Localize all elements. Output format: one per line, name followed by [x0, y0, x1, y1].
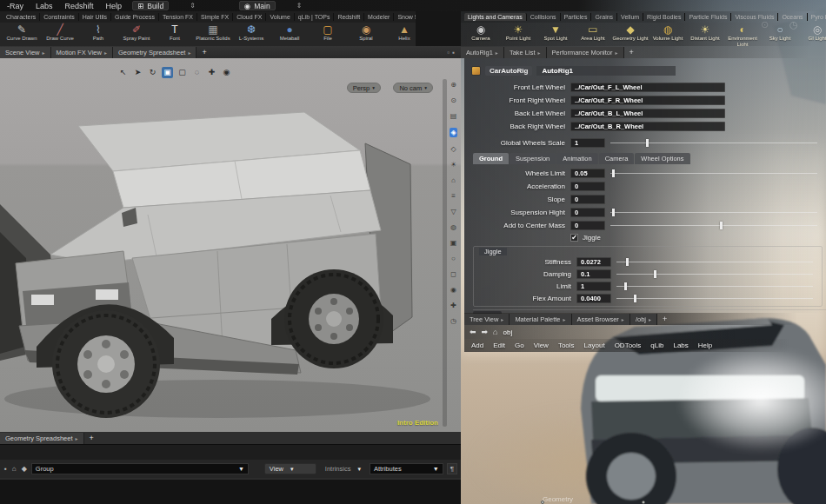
shelf-tab[interactable]: qLib | TOPs [295, 13, 335, 21]
value-field[interactable]: 0.1 [576, 269, 611, 279]
home-view-icon[interactable]: ⌂ [451, 176, 456, 184]
tab-arrow-icon[interactable]: ▸ [188, 50, 190, 56]
parameter-slider[interactable] [610, 208, 817, 217]
spray-paint-tool[interactable]: ✐ Spray Paint [118, 23, 155, 42]
value-field[interactable]: 0.0400 [576, 294, 611, 303]
pilcrow-toggle-icon[interactable]: ¶ [447, 463, 457, 474]
shelf-tab[interactable]: Pyro FX [808, 13, 826, 21]
path-tool[interactable]: ⌇ Path [80, 23, 117, 42]
home-icon[interactable]: ⌂ [11, 465, 17, 473]
parameter-slider[interactable] [616, 269, 813, 279]
value-field[interactable]: 0 [570, 182, 605, 191]
node-input-connector[interactable] [642, 501, 645, 504]
normals-display-icon[interactable]: ◻ [450, 270, 456, 278]
volatile-select-icon[interactable]: ↖ [117, 67, 129, 78]
shelf-tab[interactable]: Cloud FX [233, 13, 266, 21]
shelf-tab[interactable]: Oceans [778, 13, 807, 21]
shelf-tab[interactable]: Viscous Fluids [731, 13, 778, 21]
file-tool[interactable]: ▢ File [310, 23, 346, 42]
root-node-icon[interactable]: ⌂ [493, 328, 497, 336]
pane-tab[interactable]: AutoRig1▸ [461, 47, 504, 58]
folder-tab[interactable]: Animation [556, 153, 597, 164]
new-pane-tab-button[interactable]: + [84, 434, 99, 442]
shelf-tab[interactable]: Redshift [334, 13, 364, 21]
jiggle-checkbox[interactable]: ✔ [570, 234, 578, 242]
new-pane-tab-button[interactable]: + [657, 315, 672, 323]
back-icon[interactable]: ⬅ [470, 328, 476, 336]
pane-tab[interactable]: /obj▸ [630, 314, 657, 325]
shelf-tab[interactable]: Volume [266, 13, 294, 21]
value-field[interactable]: 0.0272 [576, 257, 611, 267]
new-pane-tab-button[interactable]: + [624, 48, 639, 56]
path-field[interactable]: ../Car/Out_F_R_Wheel [570, 96, 725, 105]
network-menu-item[interactable]: Edit [493, 342, 505, 349]
distant-light-tool[interactable]: ☀ Distant Light [687, 23, 723, 42]
spiral-tool[interactable]: ◉ Spiral [348, 23, 384, 42]
network-menu-item[interactable]: Help [698, 342, 712, 349]
shelf-tab[interactable]: Modeler [364, 13, 394, 21]
value-field[interactable]: 0 [570, 195, 605, 204]
group-filter-field[interactable]: Group ▼ [31, 463, 249, 474]
parameter-slider[interactable] [616, 282, 813, 291]
pane-tab[interactable]: Asset Browser▸ [572, 314, 630, 325]
lighting-icon[interactable]: ☀ [450, 161, 456, 169]
pane-tab[interactable]: Geometry Spreadsheet▸ [0, 433, 84, 444]
parameter-slider[interactable] [610, 169, 817, 178]
value-field[interactable]: 0 [570, 221, 605, 230]
scene-spinner-icon[interactable]: ⇕ [296, 2, 303, 10]
network-menu-item[interactable]: Labs [673, 342, 688, 349]
material-preview-icon[interactable]: ◍ [450, 223, 456, 231]
tab-arrow-icon[interactable]: ▸ [537, 50, 540, 56]
network-menu-item[interactable]: Add [471, 342, 483, 349]
filter-funnel-icon[interactable]: ▼ [433, 466, 439, 472]
parameter-slider[interactable] [610, 221, 817, 230]
network-menu-item[interactable]: Layout [584, 342, 605, 349]
parameter-slider[interactable] [616, 294, 813, 303]
shelf-tab[interactable]: Hair Utils [79, 13, 111, 21]
shelf-tab[interactable]: Snow Shelf [394, 13, 416, 21]
metaball-tool[interactable]: ● Metaball [271, 23, 308, 42]
font-tool[interactable]: T Font [157, 23, 193, 42]
select-icon[interactable]: ➤ [132, 67, 143, 78]
sky-light-tool[interactable]: ○ Sky Light [762, 23, 798, 42]
desktop-selector[interactable]: ⊞ Build [132, 1, 169, 10]
folder-tab[interactable]: Ground [473, 153, 509, 164]
tab-arrow-icon[interactable]: ▸ [42, 50, 44, 56]
camera-view-icon[interactable]: ◉ [221, 67, 232, 78]
pane-tab[interactable]: Material Palette▸ [510, 314, 571, 325]
view-dropdown[interactable]: View ▾ [264, 463, 316, 474]
menubar-item[interactable]: -Ray [5, 2, 25, 10]
parameter-slider[interactable] [616, 257, 813, 267]
forward-icon[interactable]: ➡ [482, 328, 489, 336]
shading-mode-icon[interactable]: ◈ [450, 128, 456, 137]
playback-clock-icon[interactable]: ◷ [450, 317, 456, 325]
l-systems-tool[interactable]: ❆ L-Systems [233, 23, 270, 42]
view-persp-menu[interactable]: Persp▾ [347, 83, 381, 93]
handles-icon[interactable]: ↻ [147, 67, 158, 78]
shelf-tab[interactable]: Grains [591, 13, 617, 21]
shelf-tab[interactable]: Collisions [527, 13, 561, 21]
menubar-item[interactable]: Labs [34, 2, 55, 10]
value-field[interactable]: 0 [570, 208, 605, 217]
pan-tool-icon[interactable]: ⊙ [450, 96, 456, 104]
menu-icon[interactable]: ≡ [451, 192, 456, 200]
draw-curve-tool[interactable]: ╱ Draw Curve [42, 23, 78, 42]
box-select-icon[interactable]: ▢ [177, 67, 188, 78]
node-name-field[interactable]: AutoRig1 [536, 66, 676, 76]
point-light-tool[interactable]: ☀ Point Light [500, 23, 536, 42]
folder-tab[interactable]: Camera [599, 153, 635, 164]
grid-toggle-icon[interactable]: ▣ [450, 239, 457, 247]
curve-drawn-tool[interactable]: ✎ Curve Drawn [3, 23, 40, 42]
folder-tab[interactable]: Wheel Options [635, 153, 689, 164]
tab-arrow-icon[interactable]: ▸ [649, 316, 651, 322]
volume-light-tool[interactable]: ◍ Volume Light [649, 23, 686, 42]
network-path[interactable]: obj [503, 328, 513, 336]
tab-arrow-icon[interactable]: ▸ [616, 50, 618, 56]
platonic-solids-tool[interactable]: ▦ Platonic Solids [195, 23, 231, 42]
points-display-icon[interactable]: ○ [451, 255, 456, 262]
value-field[interactable]: 1 [570, 138, 605, 148]
tab-arrow-icon[interactable]: ▸ [104, 50, 107, 56]
network-menu-item[interactable]: Tools [558, 342, 575, 349]
shelf-tab[interactable]: Simple FX [197, 13, 233, 21]
tab-arrow-icon[interactable]: ▸ [496, 50, 498, 56]
